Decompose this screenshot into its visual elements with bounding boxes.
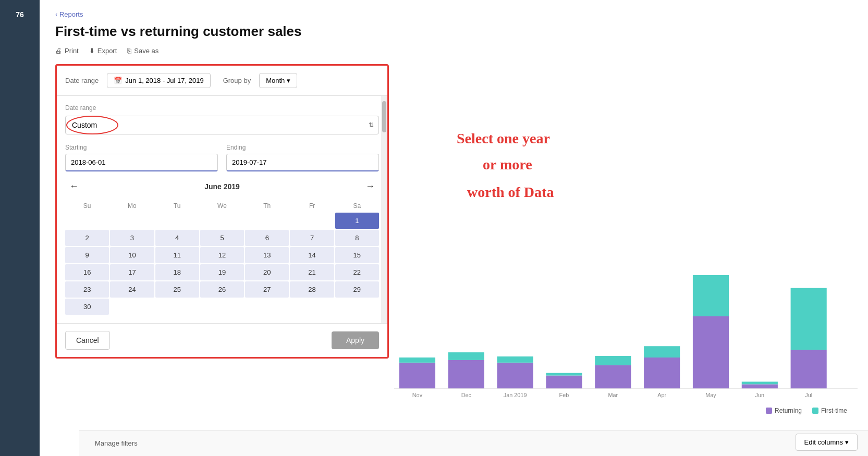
- cal-day-12[interactable]: 12: [200, 247, 244, 263]
- cal-day-16[interactable]: 16: [65, 264, 109, 280]
- panel-footer: Cancel Apply: [57, 323, 387, 357]
- svg-rect-14: [546, 373, 582, 376]
- prev-month-button[interactable]: ←: [65, 179, 83, 194]
- cal-day-1[interactable]: 1: [335, 213, 379, 229]
- cal-day-empty: [110, 213, 154, 229]
- edit-columns-button[interactable]: Edit columns ▾: [796, 434, 858, 451]
- cal-day-empty: [155, 299, 199, 315]
- day-header-fr: Fr: [290, 200, 334, 212]
- cal-day-empty: [155, 213, 199, 229]
- main-content: Reports First-time vs returning customer…: [40, 0, 868, 456]
- calendar-month-year: June 2019: [204, 182, 240, 191]
- export-icon: ⬇: [89, 47, 95, 55]
- end-date-input[interactable]: [226, 154, 379, 171]
- save-as-button[interactable]: ⎘ Save as: [127, 47, 158, 55]
- chevron-down-icon: ▾: [845, 438, 849, 446]
- manage-filters-button[interactable]: Manage filters: [95, 439, 138, 447]
- svg-text:Select one year: Select one year: [457, 130, 550, 146]
- export-button[interactable]: ⬇ Export: [89, 47, 117, 55]
- svg-text:Dec: Dec: [461, 392, 472, 398]
- day-header-tu: Tu: [155, 200, 199, 212]
- svg-rect-25: [742, 384, 778, 388]
- cal-day-19[interactable]: 19: [200, 264, 244, 280]
- group-by-label: Group by: [223, 77, 251, 84]
- cal-day-26[interactable]: 26: [200, 281, 244, 298]
- svg-text:Apr: Apr: [657, 392, 666, 398]
- cal-day-8[interactable]: 8: [335, 230, 379, 246]
- svg-rect-4: [399, 363, 435, 388]
- scrollbar-track[interactable]: [381, 96, 387, 323]
- svg-rect-7: [448, 360, 484, 388]
- cal-day-13[interactable]: 13: [245, 247, 289, 263]
- svg-text:worth of  Data: worth of Data: [467, 184, 554, 200]
- legend-first-time-label: First-time: [821, 407, 847, 414]
- filter-header: Date range 📅 Jun 1, 2018 - Jul 17, 2019 …: [57, 66, 387, 96]
- cal-day-24[interactable]: 24: [110, 281, 154, 298]
- cal-day-9[interactable]: 9: [65, 247, 109, 263]
- apply-button[interactable]: Apply: [332, 331, 379, 349]
- start-date-input[interactable]: [65, 154, 218, 171]
- cal-day-2[interactable]: 2: [65, 230, 109, 246]
- svg-text:Jul: Jul: [805, 392, 812, 398]
- svg-text:Nov: Nov: [412, 392, 423, 398]
- page-title: First-time vs returning customer sales: [55, 23, 852, 40]
- cal-day-14[interactable]: 14: [290, 247, 334, 263]
- cal-day-empty: [200, 213, 244, 229]
- date-range-select[interactable]: Custom Today This week This month Last 3…: [65, 116, 379, 134]
- cal-day-empty: [245, 299, 289, 315]
- cal-day-empty: [110, 299, 154, 315]
- cal-day-5[interactable]: 5: [200, 230, 244, 246]
- date-inputs-row: Starting Ending: [65, 144, 379, 171]
- svg-text:or more: or more: [483, 156, 532, 172]
- cal-day-15[interactable]: 15: [335, 247, 379, 263]
- svg-rect-23: [693, 275, 729, 316]
- cal-day-21[interactable]: 21: [290, 264, 334, 280]
- cal-day-6[interactable]: 6: [245, 230, 289, 246]
- breadcrumb[interactable]: Reports: [55, 10, 852, 18]
- chart-area: Select one year or more worth of Data No…: [394, 78, 858, 414]
- calendar-header: ← June 2019 →: [65, 179, 379, 194]
- cal-day-17[interactable]: 17: [110, 264, 154, 280]
- custom-select-wrapper: Custom Today This week This month Last 3…: [65, 116, 379, 134]
- svg-rect-10: [497, 363, 533, 388]
- date-range-label: Date range: [65, 77, 99, 84]
- day-header-mo: Mo: [110, 200, 154, 212]
- svg-text:Jun: Jun: [755, 392, 765, 398]
- ending-date-group: Ending: [226, 144, 379, 171]
- starting-label: Starting: [65, 144, 218, 151]
- legend-dot-returning: [766, 408, 772, 414]
- svg-rect-13: [546, 376, 582, 389]
- month-dropdown-button[interactable]: Month ▾: [259, 73, 297, 88]
- cal-day-30[interactable]: 30: [65, 299, 109, 315]
- cal-day-22[interactable]: 22: [335, 264, 379, 280]
- cancel-button[interactable]: Cancel: [65, 331, 110, 350]
- legend-dot-first-time: [812, 408, 818, 414]
- svg-rect-22: [693, 316, 729, 388]
- svg-text:Mar: Mar: [608, 392, 618, 398]
- cal-day-29[interactable]: 29: [335, 281, 379, 298]
- cal-day-empty: [290, 299, 334, 315]
- svg-rect-17: [595, 356, 631, 365]
- cal-day-20[interactable]: 20: [245, 264, 289, 280]
- sidebar-number: 76: [16, 10, 24, 19]
- legend-returning-label: Returning: [775, 407, 802, 414]
- cal-day-23[interactable]: 23: [65, 281, 109, 298]
- svg-rect-8: [448, 352, 484, 360]
- cal-day-4[interactable]: 4: [155, 230, 199, 246]
- cal-day-18[interactable]: 18: [155, 264, 199, 280]
- cal-day-28[interactable]: 28: [290, 281, 334, 298]
- date-range-button[interactable]: 📅 Jun 1, 2018 - Jul 17, 2019: [107, 73, 210, 88]
- cal-day-3[interactable]: 3: [110, 230, 154, 246]
- next-month-button[interactable]: →: [361, 179, 379, 194]
- chart-legend: Returning First-time: [766, 407, 847, 414]
- calendar-icon: 📅: [114, 77, 122, 84]
- cal-day-27[interactable]: 27: [245, 281, 289, 298]
- cal-day-11[interactable]: 11: [155, 247, 199, 263]
- svg-rect-11: [497, 356, 533, 363]
- cal-day-7[interactable]: 7: [290, 230, 334, 246]
- print-button[interactable]: 🖨 Print: [55, 47, 79, 55]
- svg-rect-28: [791, 350, 827, 388]
- calendar: ← June 2019 → Su Mo Tu We Th Fr Sa: [65, 179, 379, 315]
- cal-day-25[interactable]: 25: [155, 281, 199, 298]
- cal-day-10[interactable]: 10: [110, 247, 154, 263]
